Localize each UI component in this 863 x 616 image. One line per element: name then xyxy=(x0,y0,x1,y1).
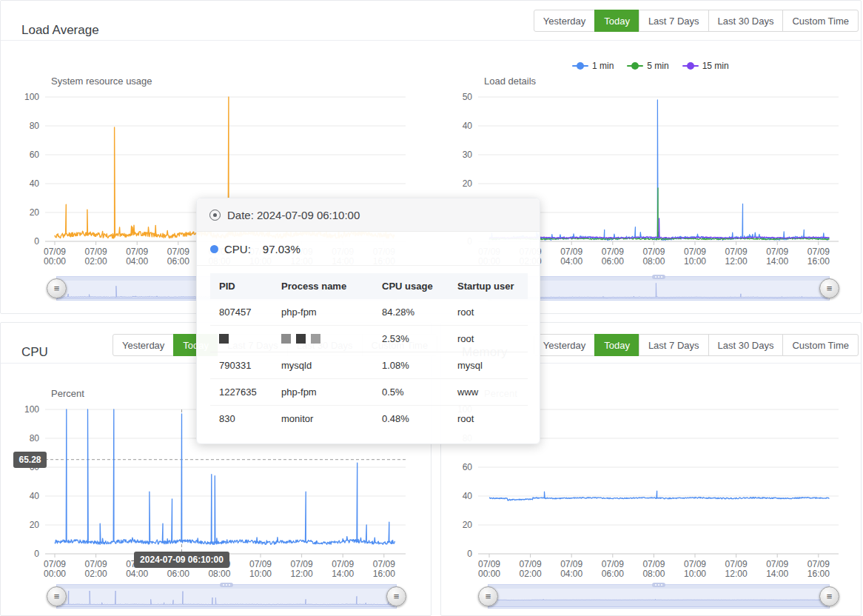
last-7-days-button[interactable]: Last 7 Days xyxy=(639,10,709,32)
yesterday-button[interactable]: Yesterday xyxy=(113,334,174,356)
datazoom-grip-icon[interactable] xyxy=(220,583,233,587)
svg-text:40: 40 xyxy=(30,491,40,501)
yesterday-button[interactable]: Yesterday xyxy=(534,334,595,356)
process-name-cell: php-fpm xyxy=(272,379,373,406)
svg-text:07/0908:00: 07/0908:00 xyxy=(642,247,665,267)
svg-text:07/0912:00: 07/0912:00 xyxy=(725,559,748,579)
svg-text:20: 20 xyxy=(463,178,473,189)
svg-text:System resource usage: System resource usage xyxy=(51,76,152,87)
svg-text:07/0904:00: 07/0904:00 xyxy=(560,247,582,267)
startup-user-cell: www xyxy=(449,379,528,406)
process-table-header-row: PID Process name CPU usage Startup user xyxy=(210,273,528,299)
svg-text:07/0916:00: 07/0916:00 xyxy=(807,559,830,579)
svg-text:07/0914:00: 07/0914:00 xyxy=(332,559,354,579)
custom-time-button[interactable]: Custom Time xyxy=(782,334,859,356)
col-cpu-usage: CPU usage xyxy=(373,273,449,299)
svg-text:07/0906:00: 07/0906:00 xyxy=(602,559,624,579)
pid-cell: 830 xyxy=(210,406,272,432)
svg-text:40: 40 xyxy=(463,121,473,131)
memory-time-range-group: Yesterday Today Last 7 Days Last 30 Days… xyxy=(534,334,859,356)
process-row: 790331 mysqld 1.08% mysql xyxy=(210,352,528,379)
svg-text:Load details: Load details xyxy=(484,76,537,87)
process-table: PID Process name CPU usage Startup user … xyxy=(210,273,528,432)
svg-text:07/0916:00: 07/0916:00 xyxy=(807,247,830,267)
svg-text:07/0906:00: 07/0906:00 xyxy=(602,247,624,267)
load-average-title: Load Average xyxy=(21,23,99,38)
startup-user-cell: root xyxy=(449,299,528,326)
last-30-days-button[interactable]: Last 30 Days xyxy=(708,334,784,356)
today-button[interactable]: Today xyxy=(594,10,639,32)
svg-text:07/0904:00: 07/0904:00 xyxy=(126,247,148,267)
yesterday-button[interactable]: Yesterday xyxy=(534,10,595,32)
datazoom-right-handle[interactable]: ≡ xyxy=(386,586,406,606)
startup-user-cell: mysql xyxy=(449,352,528,379)
tooltip-series-row: CPU: 97.03% xyxy=(197,232,540,266)
process-name-cell: php-fpm xyxy=(272,299,373,326)
pid-cell: 807457 xyxy=(210,299,272,326)
svg-text:07/0906:00: 07/0906:00 xyxy=(167,247,189,267)
legend-label-15min: 15 min xyxy=(702,61,729,71)
datazoom-left-handle[interactable]: ≡ xyxy=(47,278,67,298)
cpu-usage-cell: 0.48% xyxy=(373,406,449,432)
process-row: 807457 php-fpm 84.28% root xyxy=(210,299,528,326)
startup-user-cell: root xyxy=(449,406,528,432)
chart-tooltip: Date: 2024-07-09 06:10:00 CPU: 97.03% PI… xyxy=(196,198,540,444)
memory-chart-datazoom-slider[interactable]: ≡ ≡ xyxy=(488,584,830,609)
svg-text:07/0912:00: 07/0912:00 xyxy=(725,247,748,267)
datazoom-grip-icon[interactable] xyxy=(652,583,665,587)
legend-item-1min[interactable]: 1 min xyxy=(572,61,614,71)
svg-text:07/0900:00: 07/0900:00 xyxy=(44,559,66,579)
svg-text:07/0910:00: 07/0910:00 xyxy=(684,559,706,579)
cpu-xaxis-pointer-badge: 2024-07-09 06:10:00 xyxy=(134,552,229,568)
legend-item-15min[interactable]: 15 min xyxy=(682,61,729,71)
legend-item-5min[interactable]: 5 min xyxy=(627,61,668,71)
svg-text:07/0914:00: 07/0914:00 xyxy=(766,247,788,267)
svg-text:07/0912:00: 07/0912:00 xyxy=(291,559,313,579)
pid-cell: 790331 xyxy=(210,352,272,379)
svg-text:20: 20 xyxy=(30,520,40,530)
datazoom-left-handle[interactable]: ≡ xyxy=(47,586,67,606)
legend-label-1min: 1 min xyxy=(592,61,614,71)
datazoom-grip-icon[interactable] xyxy=(652,275,665,279)
svg-text:07/0916:00: 07/0916:00 xyxy=(373,559,395,579)
today-button[interactable]: Today xyxy=(594,334,639,356)
custom-time-button[interactable]: Custom Time xyxy=(782,10,859,32)
svg-text:50: 50 xyxy=(463,92,473,102)
cpu-chart-datazoom-slider[interactable]: ≡ ≡ xyxy=(56,584,397,609)
legend-marker-1min-icon xyxy=(572,62,588,70)
tooltip-series-label: CPU: xyxy=(224,243,251,255)
col-startup-user: Startup user xyxy=(449,273,528,299)
svg-text:Percent: Percent xyxy=(51,388,84,399)
tooltip-series-value: 97.03% xyxy=(263,243,300,255)
svg-text:40: 40 xyxy=(30,178,40,189)
svg-text:30: 30 xyxy=(463,150,473,160)
last-30-days-button[interactable]: Last 30 Days xyxy=(708,10,784,32)
process-row: 2.53% root xyxy=(210,326,528,352)
svg-text:0: 0 xyxy=(34,549,39,559)
svg-text:60: 60 xyxy=(30,150,40,160)
col-process-name: Process name xyxy=(272,273,373,299)
pid-cell: 1227635 xyxy=(210,379,272,406)
cpu-usage-cell: 0.5% xyxy=(373,379,449,406)
svg-text:40: 40 xyxy=(463,491,473,501)
datazoom-right-handle[interactable]: ≡ xyxy=(819,278,839,298)
process-name-cell-redacted xyxy=(272,326,373,352)
svg-text:20: 20 xyxy=(30,207,40,218)
svg-text:07/0908:00: 07/0908:00 xyxy=(642,559,665,579)
cpu-usage-cell: 84.28% xyxy=(373,299,449,326)
cpu-series-dot-icon xyxy=(210,245,218,253)
load-details-legend: 1 min 5 min 15 min xyxy=(572,61,729,71)
process-name-cell: monitor xyxy=(272,406,373,432)
svg-text:100: 100 xyxy=(24,404,39,415)
cpu-usage-cell: 1.08% xyxy=(373,352,449,379)
svg-text:07/0902:00: 07/0902:00 xyxy=(85,559,107,579)
monitoring-dashboard: Load Average Yesterday Today Last 7 Days… xyxy=(0,0,863,616)
svg-text:07/0914:00: 07/0914:00 xyxy=(766,559,788,579)
last-7-days-button[interactable]: Last 7 Days xyxy=(639,334,709,356)
legend-marker-5min-icon xyxy=(627,62,643,70)
datazoom-left-handle[interactable]: ≡ xyxy=(478,586,498,606)
datazoom-right-handle[interactable]: ≡ xyxy=(819,586,839,606)
svg-text:07/0900:00: 07/0900:00 xyxy=(478,559,500,579)
process-row: 830 monitor 0.48% root xyxy=(210,406,528,432)
pid-cell-redacted xyxy=(210,326,272,352)
